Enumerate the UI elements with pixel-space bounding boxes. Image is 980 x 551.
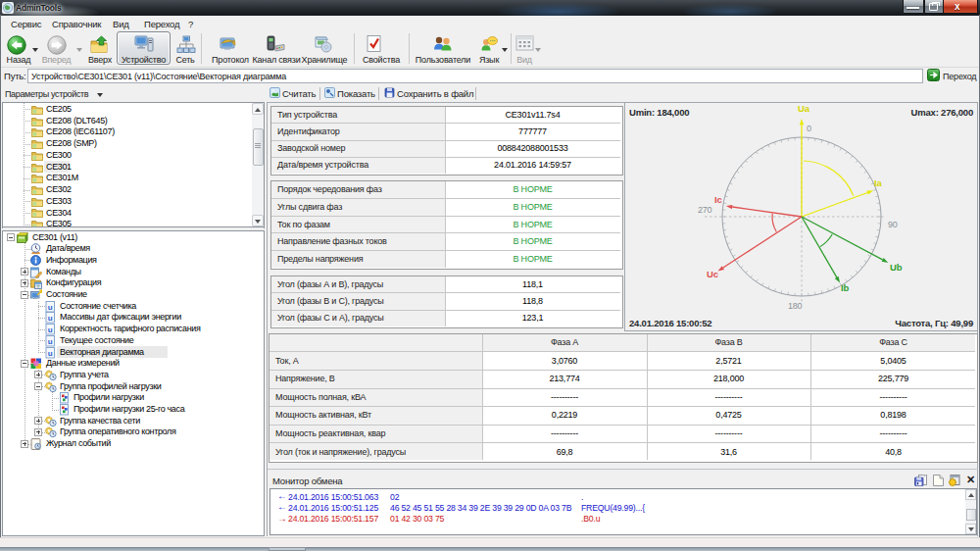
svg-text:Uc: Uc	[707, 269, 718, 279]
svg-text:Ic: Ic	[714, 194, 722, 205]
svg-text:180: 180	[788, 301, 803, 311]
svg-text:u: u	[48, 326, 53, 334]
svg-text:u: u	[48, 302, 53, 311]
svg-text:Ib: Ib	[841, 282, 849, 293]
svg-text:90: 90	[888, 220, 898, 229]
svg-text:270: 270	[698, 205, 712, 215]
svg-text:Ia: Ia	[874, 177, 882, 188]
svg-text:u: u	[48, 348, 53, 357]
svg-text:0: 0	[807, 124, 811, 133]
svg-text:Ub: Ub	[890, 262, 903, 273]
svg-text:u: u	[48, 314, 53, 323]
svg-text:u: u	[48, 336, 53, 345]
svg-text:Ua: Ua	[798, 103, 810, 114]
